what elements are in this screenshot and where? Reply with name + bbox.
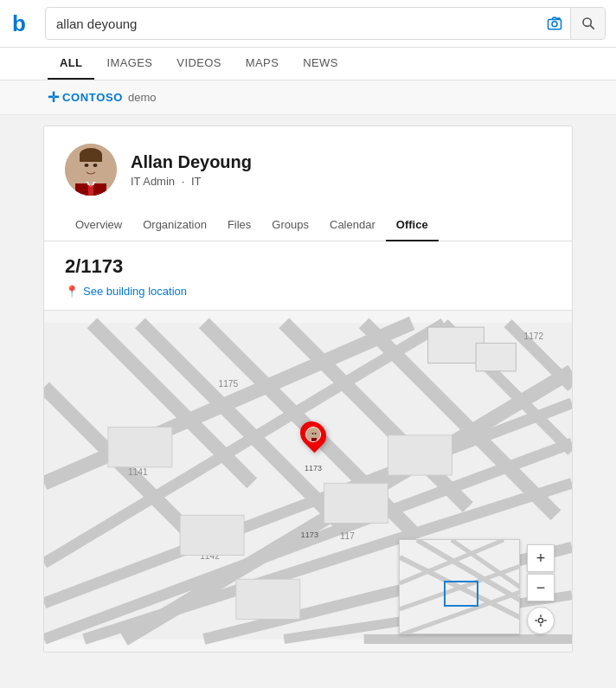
contoso-logo: ✛ CONTOSO	[48, 89, 123, 106]
svg-rect-48	[388, 435, 452, 475]
floor-plan-map: 1172 1175 1141 1142 1143 117 1173	[44, 310, 572, 652]
mini-map	[399, 539, 520, 634]
svg-point-63	[538, 618, 542, 622]
nav-tab-all[interactable]: ALL	[48, 48, 94, 80]
svg-rect-37	[476, 344, 516, 371]
profile-name: Allan Deyoung	[131, 152, 252, 172]
nav-tab-videos[interactable]: VIDEOS	[164, 48, 233, 80]
pin-face	[305, 427, 321, 442]
svg-rect-13	[80, 155, 102, 162]
contoso-demo-label: demo	[128, 91, 157, 104]
profile-card: Allan Deyoung IT Admin · IT Overview Org…	[43, 125, 573, 653]
svg-text:1172: 1172	[524, 331, 544, 341]
svg-point-15	[93, 164, 98, 167]
header: b	[0, 0, 616, 48]
svg-rect-45	[180, 515, 244, 555]
contoso-cross-icon: ✛	[48, 89, 59, 106]
tab-groups[interactable]: Groups	[261, 209, 319, 241]
profile-header: Allan Deyoung IT Admin · IT	[65, 144, 551, 196]
see-building-location-link[interactable]: 📍 See building location	[65, 285, 551, 298]
svg-text:1141: 1141	[128, 467, 148, 477]
svg-text:b: b	[12, 10, 26, 36]
bing-logo: b	[10, 10, 36, 36]
search-bar	[45, 7, 606, 40]
map-controls: + −	[527, 544, 555, 634]
svg-point-2	[552, 22, 557, 27]
search-input[interactable]	[46, 16, 539, 31]
svg-rect-47	[324, 483, 388, 523]
location-pin: 1173	[301, 421, 325, 473]
nav-tab-news[interactable]: NEWS	[291, 48, 350, 80]
tab-files[interactable]: Files	[217, 209, 261, 241]
separator: ·	[182, 175, 185, 188]
profile-department: IT	[191, 175, 202, 188]
nav-tab-maps[interactable]: MAPS	[234, 48, 291, 80]
contoso-brand-name: CONTOSO	[62, 91, 123, 104]
avatar	[65, 144, 117, 196]
pin-label: 1173	[305, 464, 322, 473]
nav-tab-images[interactable]: IMAGES	[94, 48, 164, 80]
svg-rect-44	[108, 428, 172, 467]
tab-organization[interactable]: Organization	[132, 209, 217, 241]
location-target-button[interactable]	[527, 607, 555, 634]
svg-point-4	[583, 18, 591, 26]
contoso-bar: ✛ CONTOSO demo	[0, 80, 616, 115]
svg-line-5	[590, 25, 594, 29]
svg-rect-46	[236, 579, 300, 619]
svg-rect-3	[557, 17, 561, 19]
profile-tabs: Overview Organization Files Groups Calen…	[44, 209, 572, 241]
profile-info: Allan Deyoung IT Admin · IT	[131, 152, 252, 188]
see-location-text: See building location	[83, 285, 187, 298]
pin-icon: 📍	[65, 285, 79, 298]
search-submit-button[interactable]	[570, 7, 605, 40]
camera-search-button[interactable]	[539, 7, 570, 40]
profile-role: IT Admin	[131, 175, 175, 188]
svg-rect-54	[311, 438, 317, 442]
tab-calendar[interactable]: Calendar	[319, 209, 386, 241]
office-content: 2/1173 📍 See building location	[65, 241, 551, 652]
tab-overview[interactable]: Overview	[65, 209, 132, 241]
office-number: 2/1173	[65, 255, 551, 278]
nav-tabs: ALL IMAGES VIDEOS MAPS NEWS	[0, 48, 616, 80]
svg-text:1173: 1173	[301, 530, 319, 539]
svg-point-14	[85, 164, 89, 167]
svg-text:117: 117	[340, 531, 355, 541]
profile-subtitle: IT Admin · IT	[131, 175, 252, 188]
svg-text:1175: 1175	[218, 379, 238, 389]
zoom-out-button[interactable]: −	[527, 574, 555, 601]
tab-office[interactable]: Office	[386, 209, 439, 241]
zoom-in-button[interactable]: +	[527, 544, 555, 572]
